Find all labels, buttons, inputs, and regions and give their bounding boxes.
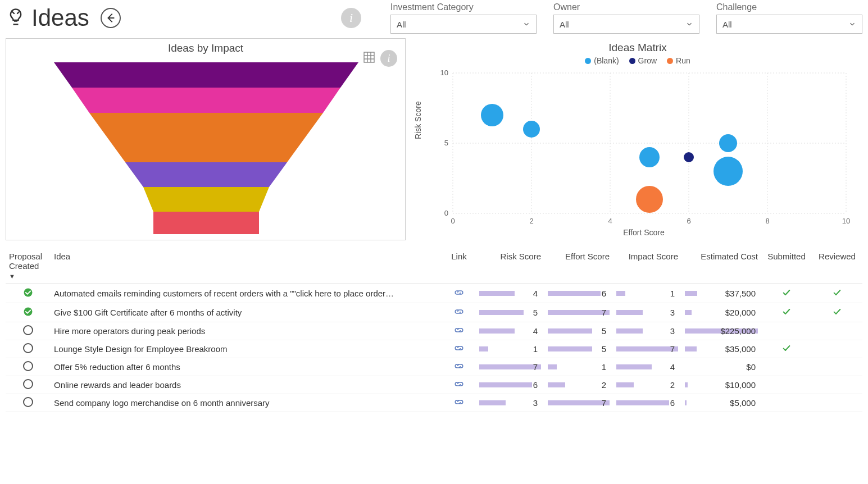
svg-point-29 <box>481 104 503 126</box>
col-impact[interactable]: Impact Score <box>613 248 681 284</box>
link-icon[interactable] <box>454 398 464 408</box>
cell-link[interactable] <box>442 340 476 358</box>
check-icon <box>831 308 843 318</box>
link-icon[interactable] <box>454 289 464 298</box>
svg-text:8: 8 <box>765 217 769 225</box>
chevron-down-icon <box>685 20 693 28</box>
col-link[interactable]: Link <box>442 248 476 284</box>
scatter-chart[interactable]: 02468100510 Risk Score Effort Score <box>430 67 857 236</box>
empty-circle-icon <box>23 361 33 371</box>
filter-value: All <box>722 20 732 29</box>
cell-submitted <box>761 394 812 412</box>
link-icon[interactable] <box>454 326 464 336</box>
legend-item-blank[interactable]: (Blank) <box>585 56 619 65</box>
cell-reviewed <box>812 394 862 412</box>
cell-reviewed <box>812 303 862 322</box>
info-button[interactable]: i <box>341 8 361 28</box>
cell-submitted <box>761 322 812 340</box>
table-row[interactable]: Give $100 Gift Certificate after 6 month… <box>6 303 862 322</box>
col-cost[interactable]: Estimated Cost <box>681 248 761 284</box>
cell-effort: 5 <box>544 340 613 358</box>
cell-proposal <box>6 284 51 303</box>
filter-owner: Owner All <box>553 2 699 34</box>
filter-select-challenge[interactable]: All <box>716 15 862 34</box>
legend-item-run[interactable]: Run <box>667 56 690 65</box>
col-submitted[interactable]: Submitted <box>761 248 812 284</box>
cell-submitted <box>761 303 812 322</box>
filter-challenge: Challenge All <box>716 2 862 34</box>
cell-effort: 1 <box>544 358 613 376</box>
check-icon <box>781 308 792 318</box>
cell-impact: 7 <box>613 340 681 358</box>
table-row[interactable]: Automated emails reminding customers of … <box>6 284 862 303</box>
col-proposal[interactable]: Proposal Created▼ <box>6 248 51 284</box>
cell-reviewed <box>812 340 862 358</box>
funnel-chart[interactable] <box>6 57 405 236</box>
table-row[interactable]: Offer 5% reduction after 6 months714$0 <box>6 358 862 376</box>
link-icon[interactable] <box>454 362 464 372</box>
cell-idea: Online rewards and leader boards <box>51 376 442 394</box>
cell-idea: Automated emails reminding customers of … <box>51 284 442 303</box>
cell-impact: 4 <box>613 358 681 376</box>
cell-link[interactable] <box>442 303 476 322</box>
filter-value: All <box>560 20 569 29</box>
check-icon <box>831 289 843 299</box>
svg-text:10: 10 <box>440 69 448 77</box>
cell-proposal <box>6 394 51 412</box>
cell-impact: 3 <box>613 322 681 340</box>
table-row[interactable]: Hire more operators during peak periods4… <box>6 322 862 340</box>
y-axis-label: Risk Score <box>413 101 422 139</box>
empty-circle-icon <box>23 343 33 353</box>
col-risk[interactable]: Risk Score <box>476 248 544 284</box>
table-row[interactable]: Online rewards and leader boards622$10,0… <box>6 376 862 394</box>
filter-label: Owner <box>553 2 699 12</box>
svg-marker-9 <box>143 187 269 212</box>
cell-effort: 7 <box>544 303 613 322</box>
table-row[interactable]: Send company logo merchandise on 6 month… <box>6 394 862 412</box>
col-idea[interactable]: Idea <box>51 248 442 284</box>
col-reviewed[interactable]: Reviewed <box>812 248 862 284</box>
back-button[interactable] <box>101 8 121 28</box>
cell-link[interactable] <box>442 358 476 376</box>
svg-text:0: 0 <box>444 209 448 217</box>
cell-cost: $10,000 <box>681 376 761 394</box>
cell-link[interactable] <box>442 284 476 303</box>
cell-reviewed <box>812 358 862 376</box>
ideas-table: Proposal Created▼ Idea Link Risk Score E… <box>6 248 862 412</box>
cell-cost: $37,500 <box>681 284 761 303</box>
cell-submitted <box>761 340 812 358</box>
svg-point-36 <box>24 289 33 297</box>
svg-marker-5 <box>54 62 358 88</box>
check-icon <box>781 345 792 354</box>
cell-link[interactable] <box>442 376 476 394</box>
cell-submitted <box>761 284 812 303</box>
link-icon[interactable] <box>454 344 464 354</box>
link-icon[interactable] <box>454 380 464 390</box>
svg-marker-7 <box>89 113 323 162</box>
cell-cost: $5,000 <box>681 394 761 412</box>
scatter-chart-card: Ideas Matrix (Blank) Grow Run 0246810051… <box>413 38 862 240</box>
cell-cost: $0 <box>681 358 761 376</box>
cell-idea: Hire more operators during peak periods <box>51 322 442 340</box>
filter-select-investment-category[interactable]: All <box>390 15 537 34</box>
legend-item-grow[interactable]: Grow <box>629 56 657 65</box>
svg-point-34 <box>684 152 694 162</box>
cell-cost: $35,000 <box>681 340 761 358</box>
cell-submitted <box>761 376 812 394</box>
col-effort[interactable]: Effort Score <box>544 248 613 284</box>
table-header-row: Proposal Created▼ Idea Link Risk Score E… <box>6 248 862 284</box>
cell-effort: 5 <box>544 322 613 340</box>
table-row[interactable]: Lounge Style Design for Employee Breakro… <box>6 340 862 358</box>
lightbulb-icon <box>6 7 26 29</box>
cell-impact: 6 <box>613 394 681 412</box>
scatter-title: Ideas Matrix <box>413 38 862 56</box>
cell-link[interactable] <box>442 322 476 340</box>
cell-reviewed <box>812 284 862 303</box>
link-icon[interactable] <box>454 308 464 317</box>
svg-point-37 <box>24 308 33 316</box>
cell-link[interactable] <box>442 394 476 412</box>
scatter-legend: (Blank) Grow Run <box>413 56 862 67</box>
filter-value: All <box>397 20 406 29</box>
cell-cost: $225,000 <box>681 322 761 340</box>
filter-select-owner[interactable]: All <box>553 15 699 34</box>
